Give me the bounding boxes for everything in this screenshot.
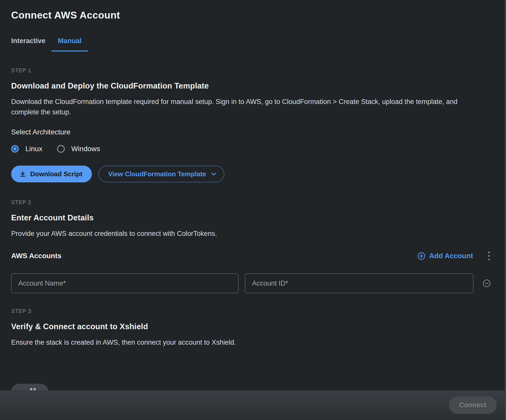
chevron-down-icon (211, 172, 216, 176)
remove-circle-icon (483, 279, 491, 287)
kebab-menu-icon[interactable] (487, 250, 491, 262)
step3-description: Ensure the stack is created in AWS, then… (11, 337, 465, 348)
account-id-input[interactable] (245, 273, 474, 293)
radio-option-windows[interactable]: Windows (57, 145, 100, 153)
connect-button[interactable]: Connect (449, 396, 497, 414)
step1-label: STEP 1 (11, 67, 495, 74)
aws-accounts-heading: AWS Accounts (11, 252, 61, 260)
verify-button-icon (30, 388, 36, 390)
remove-account-button[interactable] (483, 279, 491, 287)
step1-actions: Download Script View CloudFormation Temp… (11, 166, 495, 182)
radio-unselected-icon[interactable] (57, 145, 65, 153)
view-cloudformation-template-button[interactable]: View CloudFormation Template (98, 166, 224, 182)
radio-option-linux[interactable]: Linux (11, 145, 42, 153)
radio-selected-icon[interactable] (11, 145, 19, 153)
architecture-radio-group: Linux Windows (11, 145, 495, 153)
aws-accounts-header-row: AWS Accounts Add Account (11, 250, 495, 262)
tab-bar: Interactive Manual (11, 37, 495, 51)
connect-aws-account-dialog: Connect AWS Account Interactive Manual S… (0, 0, 506, 420)
tab-manual[interactable]: Manual (58, 37, 81, 51)
aws-accounts-actions: Add Account (417, 250, 491, 262)
active-tab-underline (51, 50, 88, 51)
tab-interactive-label: Interactive (11, 37, 45, 45)
add-account-label: Add Account (429, 252, 473, 260)
view-template-label: View CloudFormation Template (108, 170, 206, 178)
step2-description: Provide your AWS account credentials to … (11, 229, 465, 239)
step2-label: STEP 2 (11, 199, 495, 206)
download-script-label: Download Script (30, 170, 82, 178)
add-account-button[interactable]: Add Account (417, 252, 473, 260)
tab-manual-label: Manual (58, 37, 81, 45)
account-fields-row (11, 273, 495, 293)
add-circle-icon (417, 252, 426, 260)
step3-label: STEP 3 (11, 308, 495, 314)
download-script-button[interactable]: Download Script (11, 166, 92, 182)
page-title: Connect AWS Account (11, 10, 495, 21)
account-name-input[interactable] (11, 273, 239, 293)
step3-heading: Verify & Connect account to Xshield (11, 322, 495, 331)
step2-heading: Enter Account Details (11, 213, 495, 222)
radio-windows-label: Windows (71, 145, 100, 153)
radio-linux-label: Linux (25, 145, 42, 153)
dialog-footer: Connect (0, 390, 506, 420)
select-architecture-label: Select Architecture (11, 128, 495, 136)
step1-description: Download the CloudFormation template req… (11, 97, 465, 117)
scrollbar-track[interactable] (505, 0, 506, 420)
tab-interactive[interactable]: Interactive (11, 37, 45, 51)
step1-heading: Download and Deploy the CloudFormation T… (11, 81, 495, 91)
download-icon (19, 171, 26, 178)
